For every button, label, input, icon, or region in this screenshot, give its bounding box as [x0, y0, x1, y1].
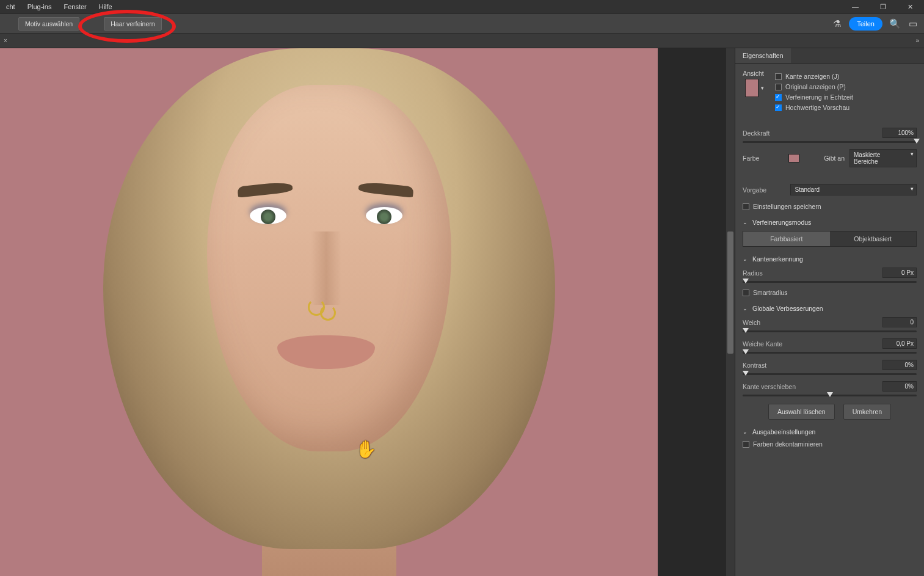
color-swatch[interactable] [788, 154, 799, 162]
save-settings-checkbox[interactable]: Einstellungen speichern [743, 203, 917, 210]
refine-mode-title: Verfeinerungsmodus [752, 219, 811, 226]
menu-item[interactable]: Hilfe [93, 1, 118, 13]
search-icon[interactable]: 🔍 [889, 18, 901, 29]
color-label: Farbe [743, 155, 788, 162]
properties-tab[interactable]: Eigenschaften [735, 48, 791, 63]
select-subject-button[interactable]: Motiv auswählen [18, 17, 79, 31]
properties-panel: Eigenschaften Ansicht ▾ Kante anzeigen (… [735, 48, 924, 576]
decontaminate-label: Farben dekontaminieren [753, 440, 823, 448]
realtime-refine-checkbox[interactable]: Verfeinerung in Echtzeit [775, 93, 917, 101]
shows-label: Gibt an [799, 155, 850, 162]
contrast-value[interactable]: 0% [882, 360, 917, 370]
radius-value[interactable]: 0 Px [882, 268, 917, 278]
chevron-down-icon[interactable]: ▾ [761, 85, 764, 91]
invert-button[interactable]: Umkehren [843, 404, 891, 420]
shift-edge-label: Kante verschieben [743, 383, 882, 390]
minimize-button[interactable]: — [842, 0, 869, 13]
save-settings-label: Einstellungen speichern [753, 203, 821, 210]
radius-slider[interactable] [743, 281, 917, 283]
output-settings-title: Ausgabeeinstellungen [752, 428, 815, 436]
shift-edge-value[interactable]: 0% [882, 381, 917, 392]
smartradius-label: Smartradius [753, 289, 788, 296]
refine-hair-button[interactable]: Haar verfeinern [104, 17, 161, 31]
decontaminate-checkbox[interactable]: Farben dekontaminieren [743, 440, 917, 448]
shift-edge-slider[interactable] [743, 395, 917, 396]
color-based-button[interactable]: Farbbasiert [743, 231, 830, 246]
feather-label: Weiche Kante [743, 340, 882, 348]
window-controls: — ❐ ✕ [842, 0, 924, 13]
high-quality-checkbox[interactable]: Hochwertige Vorschau [775, 104, 917, 111]
show-edge-checkbox[interactable]: Kante anzeigen (J) [775, 73, 917, 80]
feather-slider[interactable] [743, 352, 917, 354]
opacity-slider[interactable] [743, 141, 917, 143]
show-original-checkbox[interactable]: Original anzeigen (P) [775, 83, 917, 90]
menu-item[interactable]: cht [0, 1, 21, 13]
object-based-button[interactable]: Objektbasiert [830, 231, 917, 246]
preset-select[interactable]: Standard [790, 184, 917, 195]
shows-select[interactable]: Maskierte Bereiche [849, 149, 917, 167]
close-button[interactable]: ✕ [897, 0, 924, 13]
menu-item[interactable]: Fenster [57, 1, 92, 13]
contrast-slider[interactable] [743, 373, 917, 375]
options-bar: Motiv auswählen Haar verfeinern ⚗ Teilen… [0, 13, 924, 34]
smartradius-checkbox[interactable]: Smartradius [743, 289, 917, 296]
realtime-refine-label: Verfeinerung in Echtzeit [785, 93, 853, 101]
refine-mode-section[interactable]: ⌄Verfeinerungsmodus [743, 219, 917, 226]
share-button[interactable]: Teilen [849, 17, 882, 31]
maximize-button[interactable]: ❐ [869, 0, 897, 13]
output-settings-section[interactable]: ⌄Ausgabeeinstellungen [743, 428, 917, 436]
edge-detection-title: Kantenerkennung [752, 255, 803, 263]
view-label: Ansicht [743, 70, 763, 77]
show-edge-label: Kante anzeigen (J) [785, 73, 839, 80]
feather-value[interactable]: 0,0 Px [882, 338, 917, 349]
menu-bar: cht Plug-ins Fenster Hilfe [0, 0, 924, 13]
smooth-label: Weich [743, 319, 882, 326]
smooth-value[interactable]: 0 [882, 317, 917, 327]
flask-icon[interactable]: ⚗ [831, 18, 843, 29]
vertical-scrollbar[interactable] [726, 48, 735, 576]
opacity-value[interactable]: 100% [882, 128, 917, 138]
opacity-label: Deckkraft [743, 129, 882, 137]
clear-selection-button[interactable]: Auswahl löschen [768, 404, 835, 420]
contrast-label: Kontrast [743, 362, 882, 369]
tab-close-icon[interactable]: × [4, 37, 7, 44]
global-improvements-section[interactable]: ⌄Globale Verbesserungen [743, 305, 917, 312]
smooth-slider[interactable] [743, 330, 917, 332]
menu-item[interactable]: Plug-ins [21, 1, 58, 13]
preset-label: Vorgabe [743, 186, 790, 194]
show-original-label: Original anzeigen (P) [785, 83, 846, 90]
more-icon[interactable]: » [911, 37, 924, 44]
canvas-image: ✋ [0, 48, 658, 576]
canvas-area[interactable]: ✋ [0, 48, 735, 576]
high-quality-label: Hochwertige Vorschau [785, 104, 849, 111]
scroll-thumb[interactable] [727, 231, 733, 354]
layout-icon[interactable]: ▭ [907, 18, 919, 29]
view-thumbnail[interactable] [745, 79, 758, 97]
global-improvements-title: Globale Verbesserungen [752, 305, 823, 312]
edge-detection-section[interactable]: ⌄Kantenerkennung [743, 255, 917, 263]
radius-label: Radius [743, 269, 882, 277]
document-tab-bar: × » [0, 34, 924, 48]
